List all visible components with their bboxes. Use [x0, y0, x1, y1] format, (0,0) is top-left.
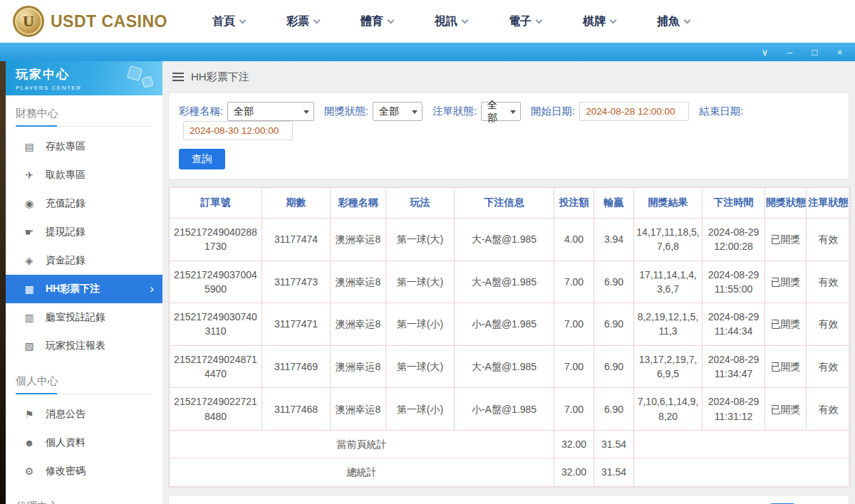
chevron-down-icon — [684, 16, 691, 23]
sidebar-item-funds-record[interactable]: ◈ 資金記錄 — [6, 246, 162, 275]
sidebar-item-recharge-record[interactable]: ◉ 充值記錄 — [6, 189, 162, 218]
table-cell: 31177473 — [262, 261, 331, 303]
nav-item-boardgames[interactable]: 棋牌 — [583, 14, 616, 29]
summary-row-current-page: 當前頁統計 32.00 31.54 — [170, 430, 851, 458]
nav-item-label: 棋牌 — [583, 14, 606, 29]
sidebar-item-label: HH彩票下注 — [46, 283, 100, 295]
section-title-agent: 代理中心 — [16, 500, 152, 504]
table-cell: 2024-08-29 11:44:34 — [703, 303, 765, 346]
lottery-name-label: 彩種名稱: — [179, 105, 223, 118]
recharge-record-icon: ◉ — [23, 198, 36, 209]
table-row: 2152172490402881730 31177474 澳洲幸运8 第一球(大… — [170, 219, 851, 261]
table-cell: 31177468 — [262, 388, 331, 431]
table-cell: 有效 — [807, 388, 851, 431]
sidebar-item-label: 個人資料 — [46, 436, 86, 449]
sidebar-item-label: 消息公告 — [46, 408, 86, 421]
table-cell: 2024-08-29 11:34:47 — [703, 345, 765, 388]
pagination-bar: 每頁顯示20條 共5条 首页 上一页 1 下一页 第 页 跳转 — [168, 495, 849, 504]
chevron-down-icon — [388, 16, 395, 23]
section-title-finance: 財務中心 — [16, 107, 152, 127]
window-maximize-icon[interactable]: □ — [809, 48, 820, 57]
end-date-label: 結束日期: — [699, 105, 743, 118]
sidebar-item-deposit[interactable]: ▤ 存款專區 — [6, 132, 162, 161]
nav-item-lottery[interactable]: 彩票 — [286, 14, 319, 29]
column-header: 訂單號 — [170, 188, 262, 219]
sidebar-item-announcements[interactable]: ⚑ 消息公告 — [6, 400, 162, 429]
draw-status-select[interactable]: 全部 — [373, 102, 423, 121]
sidebar-item-label: 充值記錄 — [46, 197, 86, 210]
nav-item-fishing[interactable]: 捕魚 — [657, 14, 690, 29]
search-button[interactable]: 查詢 — [179, 149, 225, 169]
sidebar-item-hh-lottery-bets[interactable]: ▦ HH彩票下注 › — [6, 275, 162, 303]
table-cell: 已開獎 — [765, 219, 807, 261]
sidebar-item-withdrawal-record[interactable]: ☛ 提現記錄 — [6, 218, 162, 246]
table-cell: 小-A盤@1.985 — [455, 303, 554, 346]
sidebar-item-label: 修改密碼 — [46, 465, 86, 478]
start-date-input[interactable] — [579, 102, 689, 121]
order-status-label: 注單狀態: — [432, 105, 477, 118]
table-cell: 4.00 — [554, 219, 594, 261]
sidebar-item-label: 取款專區 — [46, 169, 86, 182]
column-header: 期數 — [262, 188, 331, 219]
summary-row-grand-total: 總統計 32.00 31.54 — [170, 458, 851, 486]
table-cell: 大-A盤@1.985 — [455, 261, 554, 303]
sidebar-item-label: 資金記錄 — [46, 254, 86, 267]
table-cell: 第一球(小) — [386, 388, 455, 431]
nav-item-label: 首頁 — [212, 14, 235, 29]
nav-item-label: 彩票 — [286, 14, 309, 29]
table-cell: 2024-08-29 12:00:28 — [703, 219, 765, 261]
table-cell: 7.00 — [554, 345, 594, 388]
end-date-input[interactable] — [183, 121, 293, 140]
table-cell: 第一球(大) — [386, 345, 455, 388]
table-cell: 7.00 — [554, 303, 594, 346]
table-cell: 有效 — [807, 219, 851, 261]
table-row: 2152172490370045900 31177473 澳洲幸运8 第一球(大… — [170, 261, 851, 303]
table-cell: 小-A盤@1.985 — [455, 388, 554, 431]
sidebar-item-label: 玩家投注報表 — [46, 340, 105, 352]
table-cell: 7.00 — [554, 388, 594, 431]
sidebar-item-profile[interactable]: ☻ 個人資料 — [6, 429, 162, 457]
menu-toggle-icon[interactable] — [172, 73, 184, 81]
lottery-name-select[interactable]: 全部 — [227, 102, 314, 121]
nav-item-live[interactable]: 視訊 — [435, 14, 467, 29]
bets-table-card: 訂單號 期數 彩種名稱 玩法 下注信息 投注額 輸贏 開獎結果 下注時間 開獎狀… — [168, 187, 849, 488]
table-cell: 7.00 — [554, 261, 594, 303]
table-cell: 已開獎 — [765, 303, 807, 346]
window-collapse-icon[interactable]: ∨ — [760, 48, 770, 57]
order-status-select[interactable]: 全部 — [481, 102, 521, 121]
sidebar-item-hall-bet-record[interactable]: ▥ 廳室投註記錄 — [6, 303, 162, 332]
column-header: 投注額 — [554, 188, 594, 219]
table-cell: 第一球(小) — [386, 303, 455, 346]
breadcrumb: HH彩票下注 — [168, 61, 849, 93]
column-header: 注單狀態 — [807, 188, 851, 219]
nav-item-sports[interactable]: 體育 — [361, 14, 393, 29]
nav-item-home[interactable]: 首頁 — [212, 14, 245, 29]
window-close-icon[interactable]: × — [834, 48, 845, 57]
draw-status-selected: 全部 — [379, 105, 399, 118]
table-cell: 2024-08-29 11:55:00 — [703, 261, 765, 303]
bell-icon: ⚑ — [23, 409, 36, 420]
hall-bet-record-icon: ▥ — [23, 312, 36, 323]
window-minimize-icon[interactable]: – — [784, 48, 795, 57]
nav-item-slots[interactable]: 電子 — [509, 14, 542, 29]
table-cell: 6.90 — [594, 388, 634, 431]
table-cell: 澳洲幸运8 — [331, 261, 386, 303]
table-cell: 3.94 — [594, 219, 634, 261]
brand-logo[interactable]: U USDT CASINO — [13, 6, 182, 37]
table-cell: 8,2,19,12,1,5,11,3 — [634, 303, 703, 346]
sidebar-item-label: 廳室投註記錄 — [46, 311, 105, 324]
sidebar-item-change-password[interactable]: ⚙ 修改密碼 — [6, 457, 162, 485]
start-date-label: 開始日期: — [531, 105, 575, 118]
user-icon: ☻ — [23, 437, 36, 448]
sidebar-item-player-bet-report[interactable]: ▧ 玩家投注報表 — [6, 332, 162, 360]
nav-item-label: 電子 — [509, 14, 532, 29]
sidebar-item-withdraw[interactable]: ✈ 取款專區 — [6, 161, 162, 189]
column-header: 開獎狀態 — [765, 188, 807, 219]
lottery-bets-icon: ▦ — [23, 283, 36, 295]
brand-coin-icon: U — [13, 6, 44, 37]
table-cell: 有效 — [807, 303, 851, 346]
nav-item-label: 體育 — [361, 14, 383, 29]
players-center-header: 玩家中心 PLAYERS CENTER — [6, 61, 162, 95]
brand-coin-letter: U — [23, 12, 34, 31]
table-row: 2152172490248714470 31177469 澳洲幸运8 第一球(大… — [170, 345, 851, 388]
